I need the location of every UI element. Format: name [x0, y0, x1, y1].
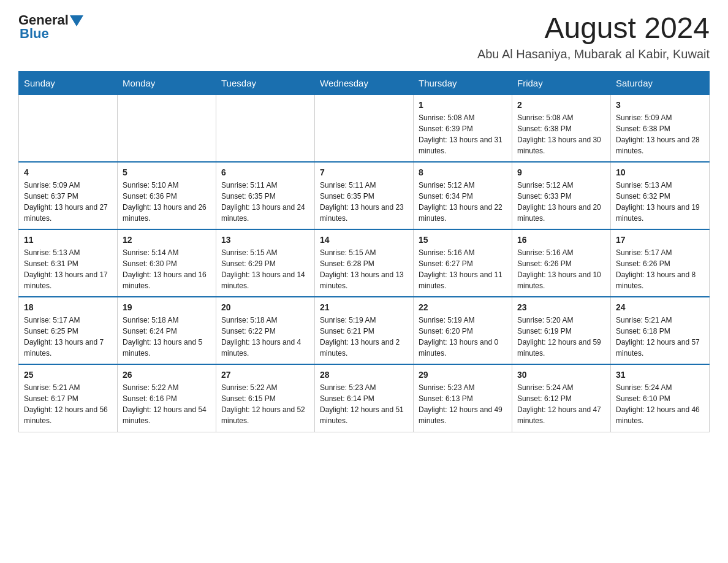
calendar-cell: 6Sunrise: 5:11 AM Sunset: 6:35 PM Daylig… [216, 162, 315, 229]
day-info: Sunrise: 5:22 AM Sunset: 6:16 PM Dayligh… [123, 382, 211, 426]
title-area: August 2024 Abu Al Hasaniya, Mubarak al … [477, 12, 710, 61]
day-info: Sunrise: 5:17 AM Sunset: 6:25 PM Dayligh… [24, 315, 112, 359]
calendar-cell: 14Sunrise: 5:15 AM Sunset: 6:28 PM Dayli… [315, 229, 414, 297]
calendar-cell [118, 94, 216, 162]
day-info: Sunrise: 5:22 AM Sunset: 6:15 PM Dayligh… [221, 382, 309, 426]
day-info: Sunrise: 5:16 AM Sunset: 6:26 PM Dayligh… [517, 247, 605, 291]
day-number: 27 [221, 370, 309, 380]
calendar-week-row: 1Sunrise: 5:08 AM Sunset: 6:39 PM Daylig… [19, 94, 710, 162]
day-info: Sunrise: 5:16 AM Sunset: 6:27 PM Dayligh… [419, 247, 507, 291]
day-info: Sunrise: 5:19 AM Sunset: 6:20 PM Dayligh… [419, 315, 507, 359]
calendar-cell: 27Sunrise: 5:22 AM Sunset: 6:15 PM Dayli… [216, 364, 315, 432]
calendar-cell: 21Sunrise: 5:19 AM Sunset: 6:21 PM Dayli… [315, 297, 414, 364]
day-info: Sunrise: 5:24 AM Sunset: 6:12 PM Dayligh… [517, 382, 605, 426]
day-number: 26 [123, 370, 211, 380]
calendar-cell: 18Sunrise: 5:17 AM Sunset: 6:25 PM Dayli… [19, 297, 118, 364]
day-number: 24 [616, 302, 704, 312]
day-info: Sunrise: 5:23 AM Sunset: 6:13 PM Dayligh… [419, 382, 507, 426]
day-info: Sunrise: 5:12 AM Sunset: 6:33 PM Dayligh… [517, 180, 605, 224]
day-number: 2 [517, 100, 605, 110]
weekday-header-tuesday: Tuesday [216, 71, 315, 94]
weekday-header-row: SundayMondayTuesdayWednesdayThursdayFrid… [19, 71, 710, 94]
calendar: SundayMondayTuesdayWednesdayThursdayFrid… [18, 71, 710, 432]
day-number: 30 [517, 370, 605, 380]
header: General Blue August 2024 Abu Al Hasaniya… [18, 12, 710, 61]
day-info: Sunrise: 5:15 AM Sunset: 6:28 PM Dayligh… [320, 247, 408, 291]
calendar-cell: 8Sunrise: 5:12 AM Sunset: 6:34 PM Daylig… [414, 162, 512, 229]
calendar-cell: 4Sunrise: 5:09 AM Sunset: 6:37 PM Daylig… [19, 162, 118, 229]
day-number: 3 [616, 100, 704, 110]
calendar-cell: 1Sunrise: 5:08 AM Sunset: 6:39 PM Daylig… [414, 94, 512, 162]
day-info: Sunrise: 5:11 AM Sunset: 6:35 PM Dayligh… [320, 180, 408, 224]
day-number: 28 [320, 370, 408, 380]
day-number: 17 [616, 235, 704, 245]
calendar-cell: 24Sunrise: 5:21 AM Sunset: 6:18 PM Dayli… [611, 297, 710, 364]
day-number: 31 [616, 370, 704, 380]
day-info: Sunrise: 5:21 AM Sunset: 6:18 PM Dayligh… [616, 315, 704, 359]
calendar-cell: 26Sunrise: 5:22 AM Sunset: 6:16 PM Dayli… [118, 364, 216, 432]
day-number: 4 [24, 167, 112, 177]
logo-triangle-icon [70, 15, 83, 26]
day-number: 8 [419, 167, 507, 177]
day-info: Sunrise: 5:21 AM Sunset: 6:17 PM Dayligh… [24, 382, 112, 426]
calendar-week-row: 4Sunrise: 5:09 AM Sunset: 6:37 PM Daylig… [19, 162, 710, 229]
day-number: 29 [419, 370, 507, 380]
day-number: 20 [221, 302, 309, 312]
day-number: 25 [24, 370, 112, 380]
logo-blue: Blue [20, 26, 49, 42]
calendar-cell: 23Sunrise: 5:20 AM Sunset: 6:19 PM Dayli… [512, 297, 611, 364]
day-number: 9 [517, 167, 605, 177]
calendar-cell: 9Sunrise: 5:12 AM Sunset: 6:33 PM Daylig… [512, 162, 611, 229]
svg-marker-0 [70, 15, 83, 26]
day-number: 22 [419, 302, 507, 312]
day-info: Sunrise: 5:18 AM Sunset: 6:24 PM Dayligh… [123, 315, 211, 359]
day-number: 19 [123, 302, 211, 312]
day-number: 14 [320, 235, 408, 245]
day-number: 10 [616, 167, 704, 177]
day-number: 12 [123, 235, 211, 245]
day-info: Sunrise: 5:18 AM Sunset: 6:22 PM Dayligh… [221, 315, 309, 359]
day-info: Sunrise: 5:14 AM Sunset: 6:30 PM Dayligh… [123, 247, 211, 291]
calendar-header: SundayMondayTuesdayWednesdayThursdayFrid… [19, 71, 710, 94]
day-info: Sunrise: 5:11 AM Sunset: 6:35 PM Dayligh… [221, 180, 309, 224]
calendar-cell: 7Sunrise: 5:11 AM Sunset: 6:35 PM Daylig… [315, 162, 414, 229]
day-number: 11 [24, 235, 112, 245]
calendar-week-row: 11Sunrise: 5:13 AM Sunset: 6:31 PM Dayli… [19, 229, 710, 297]
day-info: Sunrise: 5:19 AM Sunset: 6:21 PM Dayligh… [320, 315, 408, 359]
calendar-cell: 10Sunrise: 5:13 AM Sunset: 6:32 PM Dayli… [611, 162, 710, 229]
day-number: 1 [419, 100, 507, 110]
calendar-cell [216, 94, 315, 162]
calendar-cell: 19Sunrise: 5:18 AM Sunset: 6:24 PM Dayli… [118, 297, 216, 364]
calendar-cell: 13Sunrise: 5:15 AM Sunset: 6:29 PM Dayli… [216, 229, 315, 297]
logo: General Blue [18, 12, 83, 42]
calendar-cell: 3Sunrise: 5:09 AM Sunset: 6:38 PM Daylig… [611, 94, 710, 162]
weekday-header-wednesday: Wednesday [315, 71, 414, 94]
subtitle: Abu Al Hasaniya, Mubarak al Kabir, Kuwai… [477, 47, 710, 61]
calendar-cell: 15Sunrise: 5:16 AM Sunset: 6:27 PM Dayli… [414, 229, 512, 297]
calendar-cell: 17Sunrise: 5:17 AM Sunset: 6:26 PM Dayli… [611, 229, 710, 297]
calendar-cell: 16Sunrise: 5:16 AM Sunset: 6:26 PM Dayli… [512, 229, 611, 297]
day-info: Sunrise: 5:13 AM Sunset: 6:32 PM Dayligh… [616, 180, 704, 224]
day-number: 13 [221, 235, 309, 245]
day-number: 5 [123, 167, 211, 177]
day-number: 16 [517, 235, 605, 245]
day-info: Sunrise: 5:09 AM Sunset: 6:37 PM Dayligh… [24, 180, 112, 224]
calendar-cell: 22Sunrise: 5:19 AM Sunset: 6:20 PM Dayli… [414, 297, 512, 364]
calendar-cell: 28Sunrise: 5:23 AM Sunset: 6:14 PM Dayli… [315, 364, 414, 432]
weekday-header-monday: Monday [118, 71, 216, 94]
day-info: Sunrise: 5:15 AM Sunset: 6:29 PM Dayligh… [221, 247, 309, 291]
calendar-week-row: 18Sunrise: 5:17 AM Sunset: 6:25 PM Dayli… [19, 297, 710, 364]
calendar-cell: 31Sunrise: 5:24 AM Sunset: 6:10 PM Dayli… [611, 364, 710, 432]
weekday-header-saturday: Saturday [611, 71, 710, 94]
day-info: Sunrise: 5:17 AM Sunset: 6:26 PM Dayligh… [616, 247, 704, 291]
calendar-cell: 30Sunrise: 5:24 AM Sunset: 6:12 PM Dayli… [512, 364, 611, 432]
day-info: Sunrise: 5:12 AM Sunset: 6:34 PM Dayligh… [419, 180, 507, 224]
calendar-cell [19, 94, 118, 162]
day-info: Sunrise: 5:20 AM Sunset: 6:19 PM Dayligh… [517, 315, 605, 359]
day-number: 6 [221, 167, 309, 177]
day-number: 23 [517, 302, 605, 312]
calendar-cell: 11Sunrise: 5:13 AM Sunset: 6:31 PM Dayli… [19, 229, 118, 297]
calendar-cell: 20Sunrise: 5:18 AM Sunset: 6:22 PM Dayli… [216, 297, 315, 364]
month-title: August 2024 [477, 12, 710, 45]
weekday-header-thursday: Thursday [414, 71, 512, 94]
